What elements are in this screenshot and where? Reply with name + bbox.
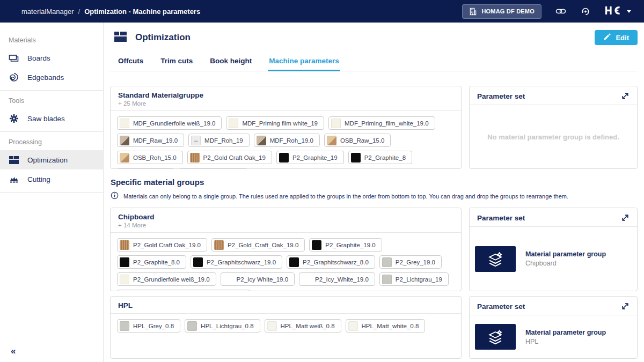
material-chip[interactable]: P2_Graphite_19 xyxy=(276,151,344,164)
material-swatch xyxy=(382,275,392,284)
sidebar-item-label: Cutting xyxy=(27,175,50,183)
material-swatch xyxy=(351,153,361,162)
sidebar-item-boards[interactable]: Boards xyxy=(0,48,103,68)
material-chip[interactable]: P2_Gold_Craft_Oak_19.0 xyxy=(211,238,305,252)
material-chip[interactable]: P2_Graphite_19.0 xyxy=(309,238,382,252)
material-chip[interactable]: MDF_Priming film white_19 xyxy=(226,116,324,130)
material-chip-label: P2_Graphitschwarz_19.0 xyxy=(207,259,276,265)
chevron-down-icon xyxy=(627,10,631,13)
sidebar-item-label: Optimization xyxy=(27,156,68,164)
homag-logo-icon xyxy=(605,6,623,17)
sidebar-item-optimization[interactable]: Optimization xyxy=(0,150,103,169)
tab-offcuts[interactable]: Offcuts xyxy=(117,54,144,71)
material-chip[interactable]: HPL_Matt weiß_0.8 xyxy=(265,319,341,333)
expand-icon[interactable] xyxy=(621,92,630,100)
material-parameter-group-value: HPL xyxy=(525,338,606,345)
material-swatch xyxy=(382,257,392,267)
material-chip[interactable]: HPL_Lichtgrau_0.8 xyxy=(185,319,260,333)
material-chip[interactable]: P2_Icy White_19 xyxy=(179,168,248,169)
material-chip[interactable]: P2_Grey_19 xyxy=(117,168,174,169)
group-more-count[interactable]: + 25 More xyxy=(118,100,453,107)
breadcrumb-app[interactable]: materialManager xyxy=(21,8,74,16)
parameter-set-title: Parameter set xyxy=(477,214,525,222)
material-chip-label: P2_Graphitschwarz_8.0 xyxy=(303,259,369,265)
material-chip[interactable]: P2_Graphite_8.0 xyxy=(117,255,186,269)
material-chip-label: P2_Gold Craft Oak_19.0 xyxy=(133,242,201,248)
tenant-button[interactable]: HOMAG DF DEMO xyxy=(462,4,541,19)
material-chip[interactable]: MDF_Roh_19.0 xyxy=(254,134,320,147)
sidebar-item-saw-blades[interactable]: Saw blades xyxy=(0,109,103,128)
material-chip[interactable]: P2_Gold Craft Oak_19 xyxy=(187,151,272,164)
material-chip[interactable]: MDF_Priming_film_white_19.0 xyxy=(328,116,435,130)
parameter-set-card-standard: Parameter set No material parameter grou… xyxy=(469,86,638,169)
material-chip[interactable]: OSB_Roh_15.0 xyxy=(117,151,183,164)
material-chip[interactable]: P2_Icy White_19.0 xyxy=(221,272,295,286)
tab-book-height[interactable]: Book height xyxy=(209,54,253,71)
material-chip-label: MDF_Priming_film_white_19.0 xyxy=(345,120,429,127)
material-chip[interactable]: MDF_Raw_19.0 xyxy=(117,134,184,147)
tab-machine-parameters[interactable]: Machine parameters xyxy=(268,54,340,71)
tab-trim-cuts[interactable]: Trim cuts xyxy=(159,54,194,71)
material-chip[interactable]: HPL_Matt_white_0.8 xyxy=(346,319,426,333)
material-swatch xyxy=(190,153,200,162)
material-swatch xyxy=(120,240,129,250)
tab-bar: Offcuts Trim cuts Book height Machine pa… xyxy=(110,54,638,71)
material-chip[interactable]: P2_Icy_White_19.0 xyxy=(299,272,375,286)
group-more-count[interactable]: + 14 More xyxy=(118,222,453,228)
optimization-page-icon xyxy=(114,32,127,44)
material-chip-label: P2_Grey_19.0 xyxy=(396,259,435,265)
layers-gear-icon xyxy=(475,324,516,350)
support-headset-icon[interactable] xyxy=(580,6,591,17)
hpl-group-card: HPL HPL_Grey_0.8HPL_Lichtgrau_0.8HPL_Mat… xyxy=(110,296,462,359)
material-parameter-group-value: Chipboard xyxy=(525,260,606,267)
cutting-icon xyxy=(9,175,19,183)
material-swatch xyxy=(214,240,224,250)
material-chip[interactable]: MDF_Roh_19 xyxy=(188,134,250,147)
material-swatch xyxy=(327,136,336,145)
material-chip-label: MDF_Grundierfolie weiß_19.0 xyxy=(133,120,215,127)
material-swatch xyxy=(257,136,266,145)
material-chip-label: HPL_Grey_0.8 xyxy=(133,323,174,329)
sidebar-collapse-button[interactable]: « xyxy=(11,346,16,356)
material-chip-label: HPL_Matt_white_0.8 xyxy=(362,323,419,329)
material-chip[interactable]: MDF_Grundierfolie weiß_19.0 xyxy=(117,116,222,130)
info-icon xyxy=(111,191,119,201)
breadcrumb-separator: / xyxy=(78,8,80,16)
material-chip-label: P2_Icy White_19.0 xyxy=(237,276,289,283)
material-chip[interactable]: HPL_Grey_0.8 xyxy=(117,319,180,333)
material-chip[interactable]: P2_Graphite_8 xyxy=(348,151,412,164)
material-chip[interactable]: P2_Graphitschwarz_8.0 xyxy=(287,255,375,269)
material-swatch xyxy=(312,240,321,250)
sidebar-item-label: Boards xyxy=(27,54,50,62)
material-chip-label: P2_Graphite_8 xyxy=(364,154,406,161)
link-icon[interactable] xyxy=(555,6,566,17)
material-swatch xyxy=(187,321,197,331)
material-chip-label: P2_Graphite_19.0 xyxy=(325,242,375,248)
material-chip[interactable]: P2_Graphitschwarz_19.0 xyxy=(191,255,282,269)
account-menu[interactable] xyxy=(605,6,631,17)
edit-button[interactable]: Edit xyxy=(595,30,638,45)
material-parameter-group-item[interactable]: Material parameter group HPL xyxy=(470,324,613,350)
material-chip-label: HPL_Matt weiß_0.8 xyxy=(281,323,335,329)
breadcrumb-page: Optimization - Machine parameters xyxy=(84,8,200,16)
material-chip-list: P2_Gold Craft Oak_19.0P2_Gold_Craft_Oak_… xyxy=(111,233,461,291)
material-swatch xyxy=(120,136,129,145)
material-chip[interactable]: P2_Lichtgrau_19 xyxy=(379,272,449,286)
material-chip[interactable]: P2_Montana Eiche Milano gestreift_19.0 xyxy=(117,290,251,291)
group-title: Standard Materialgruppe xyxy=(118,91,453,99)
material-parameter-group-item[interactable]: Material parameter group Chipboard xyxy=(470,246,613,272)
material-swatch xyxy=(289,257,299,267)
main-content: Optimization Edit Offcuts Trim cuts Book… xyxy=(104,23,644,362)
edgebands-icon xyxy=(9,72,19,82)
top-header: materialManager / Optimization - Machine… xyxy=(0,0,644,23)
expand-icon[interactable] xyxy=(621,302,630,311)
expand-icon[interactable] xyxy=(621,213,630,222)
sidebar-item-edgebands[interactable]: Edgebands xyxy=(0,68,103,87)
material-swatch xyxy=(267,321,277,331)
sidebar-item-cutting[interactable]: Cutting xyxy=(0,169,103,189)
material-chip-label: MDF_Roh_19.0 xyxy=(270,137,313,144)
material-chip[interactable]: P2_Grey_19.0 xyxy=(379,255,442,269)
material-chip[interactable]: OSB_Raw_15.0 xyxy=(324,134,391,147)
material-chip[interactable]: P2_Gold Craft Oak_19.0 xyxy=(117,238,207,252)
material-chip[interactable]: P2_Grundierfolie weiß_19.0 xyxy=(117,272,216,286)
